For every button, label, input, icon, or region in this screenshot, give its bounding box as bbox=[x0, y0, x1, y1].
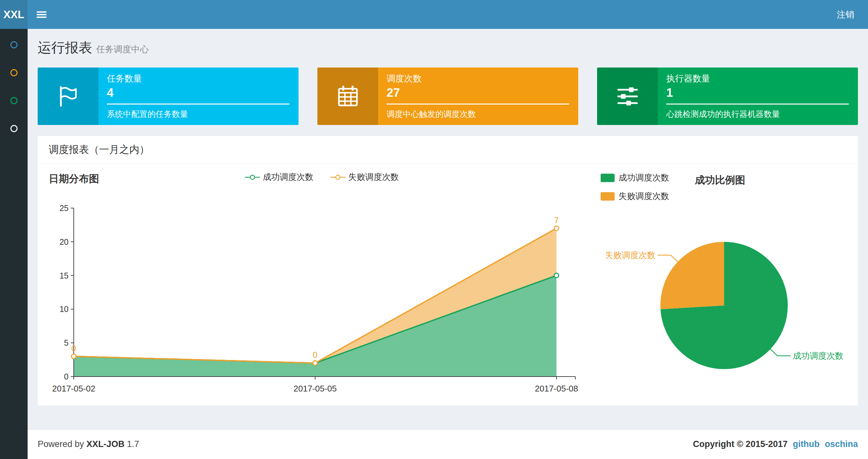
y-axis-label: 0 bbox=[64, 372, 68, 381]
y-axis-label: 10 bbox=[59, 304, 68, 314]
sidebar-toggle-button[interactable] bbox=[28, 0, 56, 29]
report-panel: 调度报表（一月之内） 日期分布图 成功调度次数失败调度次数 0510152025… bbox=[38, 136, 858, 405]
panel-title: 调度报表（一月之内） bbox=[38, 136, 858, 164]
nav-dashboard-icon[interactable] bbox=[10, 41, 18, 48]
info-box-divider bbox=[386, 103, 569, 104]
info-box-triggers: 调度次数 27 调度中心触发的调度次数 bbox=[317, 67, 578, 125]
point-fail bbox=[313, 361, 317, 365]
top-navbar: XXL 注销 bbox=[0, 0, 868, 29]
panel-body: 日期分布图 成功调度次数失败调度次数 05101520252017-05-022… bbox=[38, 164, 858, 405]
info-box-jobs: 任务数量 4 系统中配置的任务数量 bbox=[38, 67, 299, 125]
powered-by: Powered by XXL-JOB 1.7 bbox=[38, 439, 139, 449]
point-fail bbox=[554, 226, 559, 230]
info-box-divider bbox=[107, 103, 289, 104]
page-header: 运行报表任务调度中心 bbox=[38, 29, 858, 67]
main-content: 运行报表任务调度中心 任务数量 4 系统中配置的任务数量 bbox=[28, 29, 868, 429]
y-axis-label: 25 bbox=[59, 203, 68, 212]
calendar-icon bbox=[317, 67, 378, 125]
point-success bbox=[554, 273, 559, 278]
page-subtitle: 任务调度中心 bbox=[96, 44, 149, 54]
pie-slice-label: 失败调度次数 bbox=[606, 250, 655, 260]
info-box-label: 执行器数量 bbox=[666, 73, 849, 85]
info-box-value: 1 bbox=[666, 86, 849, 100]
info-box-desc: 心跳检测成功的执行器机器数量 bbox=[666, 109, 849, 120]
date-distribution-chart: 05101520252017-05-022017-05-052017-05-08… bbox=[38, 164, 606, 405]
y-axis-label: 20 bbox=[59, 237, 68, 247]
info-box-value: 4 bbox=[107, 86, 289, 100]
page-title: 运行报表 bbox=[38, 40, 92, 55]
nav-help-icon[interactable] bbox=[10, 125, 18, 132]
point-label: 0 bbox=[71, 343, 76, 353]
point-label: 0 bbox=[313, 350, 317, 360]
pie-leader-line bbox=[658, 255, 678, 262]
x-axis-label: 2017-05-08 bbox=[535, 384, 578, 393]
info-box-label: 调度次数 bbox=[386, 73, 569, 85]
github-link[interactable]: github bbox=[793, 439, 819, 449]
sidebar bbox=[0, 29, 28, 459]
info-box-divider bbox=[666, 103, 849, 104]
success-ratio-pie-chart: 成功调度次数失败调度次数 bbox=[606, 164, 859, 405]
pie-leader-line bbox=[771, 349, 791, 356]
nav-job-log-icon[interactable] bbox=[10, 97, 18, 104]
x-axis-label: 2017-05-05 bbox=[294, 384, 337, 393]
pie-slice-label: 成功调度次数 bbox=[793, 351, 843, 361]
sliders-icon bbox=[597, 67, 658, 125]
info-box-desc: 调度中心触发的调度次数 bbox=[386, 109, 569, 120]
flag-icon bbox=[38, 67, 98, 125]
info-box-executors: 执行器数量 1 心跳检测成功的执行器机器数量 bbox=[597, 67, 858, 125]
hamburger-icon bbox=[37, 10, 46, 19]
info-box-label: 任务数量 bbox=[107, 73, 289, 85]
oschina-link[interactable]: oschina bbox=[825, 439, 858, 449]
info-box-value: 27 bbox=[386, 86, 569, 100]
copyright-text: Copyright © 2015-2017 bbox=[693, 439, 788, 449]
app-logo[interactable]: XXL bbox=[0, 0, 28, 29]
page-footer: Powered by XXL-JOB 1.7 Copyright © 2015-… bbox=[28, 429, 868, 459]
y-axis-label: 15 bbox=[59, 271, 68, 280]
point-label: 7 bbox=[554, 215, 559, 225]
point-fail bbox=[71, 354, 76, 359]
y-axis-label: 5 bbox=[64, 338, 68, 347]
logout-link[interactable]: 注销 bbox=[823, 0, 868, 29]
pie-slice-1 bbox=[660, 242, 724, 309]
nav-job-manage-icon[interactable] bbox=[10, 69, 18, 76]
x-axis-label: 2017-05-02 bbox=[52, 384, 95, 393]
info-box-desc: 系统中配置的任务数量 bbox=[107, 109, 289, 120]
info-box-row: 任务数量 4 系统中配置的任务数量 bbox=[38, 67, 858, 125]
